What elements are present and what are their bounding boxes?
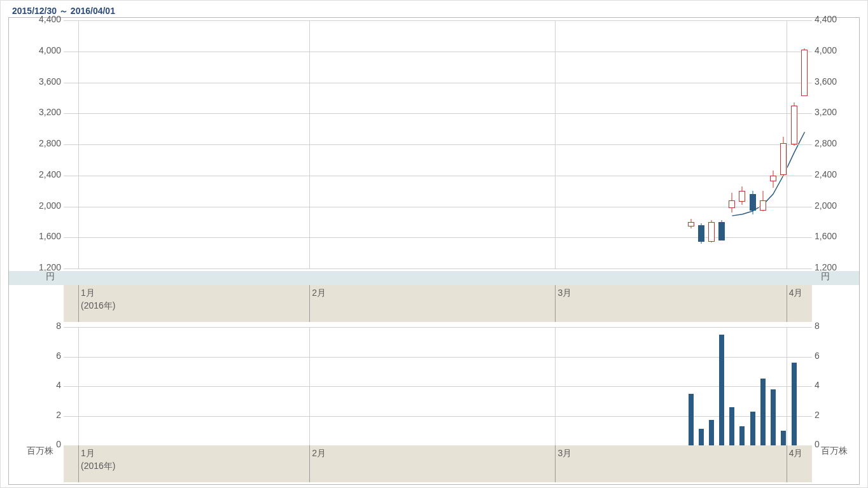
candle[interactable] [739,20,745,268]
price-ytick-right: 3,200 [815,107,853,117]
volume-ytick-right: 6 [815,351,853,361]
price-unit-bar: 円 円 [9,271,859,285]
candle[interactable] [718,20,725,268]
candle[interactable] [688,20,694,268]
volume-ytick-right: 4 [815,380,853,390]
volume-bar[interactable] [792,363,797,445]
volume-ytick-right: 2 [815,410,853,420]
chart-frame: 1,2001,2001,6001,6002,0002,0002,4002,400… [8,17,860,485]
volume-bar[interactable] [771,389,776,445]
price-unit-right: 円 [821,271,830,282]
price-ytick-right: 2,800 [815,138,853,148]
volume-ytick-left: 0 [23,439,61,449]
candle[interactable] [750,20,756,268]
volume-bar[interactable] [689,394,694,445]
price-ytick-right: 3,600 [815,76,853,87]
candle[interactable] [708,20,715,268]
x-tick-sublabel: (2016年) [81,461,115,472]
price-x-axis: 1月(2016年)2月3月4月 [64,285,812,322]
x-tick-sublabel: (2016年) [81,300,115,312]
x-tick-label: 1月 [81,288,95,299]
price-ytick-left: 2,800 [23,138,61,148]
price-ytick-left: 3,600 [23,76,61,87]
price-ytick-left: 2,000 [23,200,61,211]
price-ytick-right: 1,600 [815,231,853,241]
volume-x-axis: 1月(2016年)2月3月4月 [64,445,812,482]
candle[interactable] [801,20,808,268]
stock-chart-root: 2015/12/30 ～ 2016/04/01 1,2001,2001,6001… [0,0,868,488]
price-ytick-left: 1,600 [23,231,61,241]
x-tick-label: 4月 [789,288,803,299]
candle[interactable] [760,20,766,268]
volume-bar[interactable] [750,412,755,445]
x-tick-label: 1月 [81,448,95,459]
volume-bar[interactable] [729,407,734,445]
volume-ytick-left: 2 [23,410,61,420]
price-ytick-right: 2,000 [815,200,853,211]
price-unit-left: 円 [46,271,55,282]
candle[interactable] [698,20,704,268]
candle[interactable] [791,20,797,268]
price-ytick-right: 4,000 [815,45,853,55]
price-ytick-left: 3,200 [23,107,61,117]
price-ytick-right: 2,400 [815,169,853,179]
x-tick-label: 4月 [789,448,803,459]
price-ytick-right: 4,400 [815,14,853,24]
volume-ytick-left: 4 [23,380,61,390]
candle[interactable] [729,20,735,268]
volume-bar[interactable] [739,426,745,445]
volume-ytick-left: 8 [23,321,61,331]
price-panel: 1,2001,2001,6001,6002,0002,0002,4002,400… [9,18,859,285]
volume-ytick-right: 8 [815,321,853,331]
price-ytick-left: 4,400 [23,14,61,24]
x-tick-label: 3月 [557,288,571,299]
volume-ytick-right: 0 [815,439,853,449]
price-ytick-left: 2,400 [23,169,61,179]
volume-bar[interactable] [781,431,786,445]
price-plot-area[interactable] [64,20,812,268]
volume-ytick-left: 6 [23,351,61,361]
volume-bar[interactable] [699,429,704,445]
candle[interactable] [770,20,776,268]
volume-bar[interactable] [719,335,724,445]
x-tick-label: 3月 [557,448,571,459]
volume-plot-area[interactable] [64,327,812,445]
candle[interactable] [780,20,787,268]
volume-bar[interactable] [760,379,766,445]
x-tick-label: 2月 [312,448,326,459]
volume-bar[interactable] [709,420,714,445]
volume-panel [9,327,859,445]
price-ytick-left: 4,000 [23,45,61,55]
x-tick-label: 2月 [312,288,326,299]
